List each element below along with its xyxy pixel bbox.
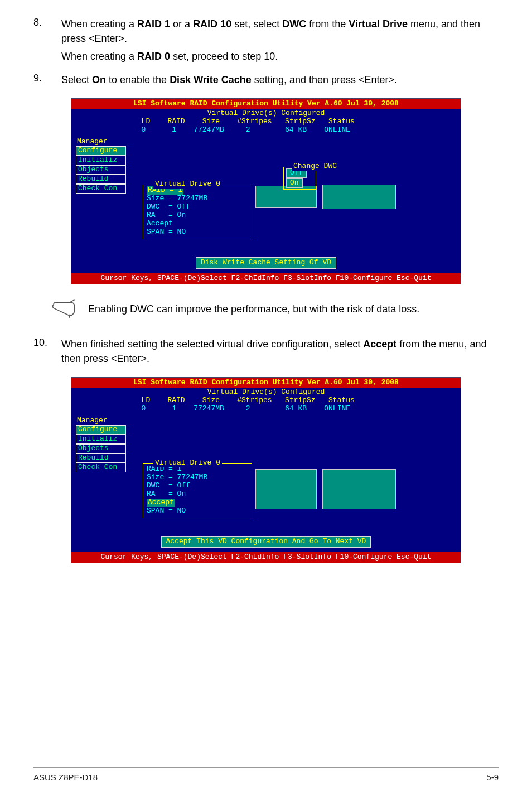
table-row: 0 1 77247MB 2 64 KB ONLINE: [127, 126, 461, 134]
menu-item-configure[interactable]: Configure: [76, 425, 126, 434]
dwc-bold: Disk Write Cache: [170, 74, 252, 85]
text: Select: [61, 74, 92, 85]
footer-product: ASUS Z8PE-D18: [33, 772, 98, 782]
text: When creating a: [61, 18, 137, 30]
text: or a: [170, 18, 193, 30]
vd0-accept[interactable]: Accept: [147, 499, 175, 507]
green-panel: [322, 185, 396, 209]
menu-item-configure[interactable]: Configure: [76, 146, 126, 156]
bios-title: LSI Software RAID Configuration Utility …: [71, 99, 461, 109]
text: set, select: [231, 18, 282, 30]
menu-label: Manager: [75, 138, 127, 146]
text: set, proceed to step 10.: [170, 51, 278, 62]
vd0-size[interactable]: Size = 77247MB: [147, 474, 248, 482]
step-text: When creating a RAID 1 or a RAID 10 set,…: [61, 17, 499, 67]
step-text: Select On to enable the Disk Write Cache…: [61, 73, 499, 90]
note-text: Enabling DWC can improve the performance…: [88, 303, 419, 315]
step-number: 9.: [33, 73, 61, 90]
note-icon: [49, 298, 78, 320]
raid1-bold: RAID 1: [137, 18, 170, 30]
menu-item-check[interactable]: Check Con: [76, 184, 126, 194]
bios-screenshot-2: LSI Software RAID Configuration Utility …: [71, 377, 461, 563]
accept-bold: Accept: [363, 339, 396, 350]
message-box: Accept This VD Configuration And Go To N…: [161, 536, 371, 548]
table-header: LD RAID Size #Stripes StripSz Status: [127, 397, 461, 405]
raid10-bold: RAID 10: [193, 18, 231, 30]
menu-item-initialize[interactable]: Initializ: [76, 434, 126, 444]
raid0-bold: RAID 0: [137, 51, 170, 62]
vd0-ra[interactable]: RA = On: [147, 211, 248, 220]
vd0-ra[interactable]: RA = On: [147, 490, 248, 499]
vd0-dwc[interactable]: DWC = Off: [147, 203, 248, 211]
virtual-drive-bold: Virtual Drive: [349, 18, 408, 30]
bios-screenshot-1: LSI Software RAID Configuration Utility …: [71, 98, 461, 284]
dwc-on-option[interactable]: On: [286, 178, 303, 188]
text: When creating a: [61, 51, 137, 62]
on-bold: On: [92, 74, 106, 85]
change-dwc-panel: Change DWC Off On: [283, 167, 316, 190]
virtual-drive-0-panel: Virtual Drive 0 RAID = 1 Size = 77247MB …: [143, 463, 252, 518]
vd0-accept[interactable]: Accept: [147, 220, 248, 228]
message-box: Disk Write Cache Setting Of VD: [196, 257, 336, 269]
menu-item-rebuild[interactable]: Rebuild: [76, 453, 126, 463]
text: When finished setting the selected virtu…: [61, 339, 363, 350]
text: to enable the: [106, 74, 170, 85]
vd0-title: Virtual Drive 0: [153, 459, 222, 467]
vd0-title: Virtual Drive 0: [153, 180, 222, 189]
bios-title: LSI Software RAID Configuration Utility …: [71, 378, 461, 388]
menu-item-initialize[interactable]: Initializ: [76, 156, 126, 165]
menu-item-objects[interactable]: Objects: [76, 444, 126, 453]
menu-label: Manager: [75, 417, 127, 425]
vd0-span[interactable]: SPAN = NO: [147, 228, 248, 236]
step-number: 8.: [33, 17, 61, 67]
bios-subtitle: Virtual Drive(s) Configured: [71, 109, 461, 118]
vd0-dwc[interactable]: DWC = Off: [147, 482, 248, 490]
bios-footer-hints: Cursor Keys, SPACE-(De)Select F2-ChIdInf…: [71, 552, 461, 563]
menu-item-rebuild[interactable]: Rebuild: [76, 175, 126, 184]
change-dwc-title: Change DWC: [292, 162, 338, 171]
dwc-bold: DWC: [282, 18, 306, 30]
bios-footer-hints: Cursor Keys, SPACE-(De)Select F2-ChIdInf…: [71, 273, 461, 284]
text: from the: [306, 18, 349, 30]
bios-subtitle: Virtual Drive(s) Configured: [71, 388, 461, 397]
menu-item-objects[interactable]: Objects: [76, 165, 126, 175]
menu-item-check[interactable]: Check Con: [76, 463, 126, 472]
step-number: 10.: [33, 337, 61, 369]
step-text: When finished setting the selected virtu…: [61, 337, 499, 369]
green-panel: [255, 469, 317, 509]
text: setting, and then press <Enter>.: [252, 74, 397, 85]
table-header: LD RAID Size #Stripes StripSz Status: [127, 118, 461, 126]
green-panel: [322, 469, 396, 509]
footer-page-number: 5-9: [486, 772, 499, 782]
table-row: 0 1 77247MB 2 64 KB ONLINE: [127, 405, 461, 413]
vd0-span[interactable]: SPAN = NO: [147, 507, 248, 515]
virtual-drive-0-panel: Virtual Drive 0 RAID = 1 Size = 77247MB …: [143, 185, 252, 239]
vd0-size[interactable]: Size = 77247MB: [147, 195, 248, 203]
